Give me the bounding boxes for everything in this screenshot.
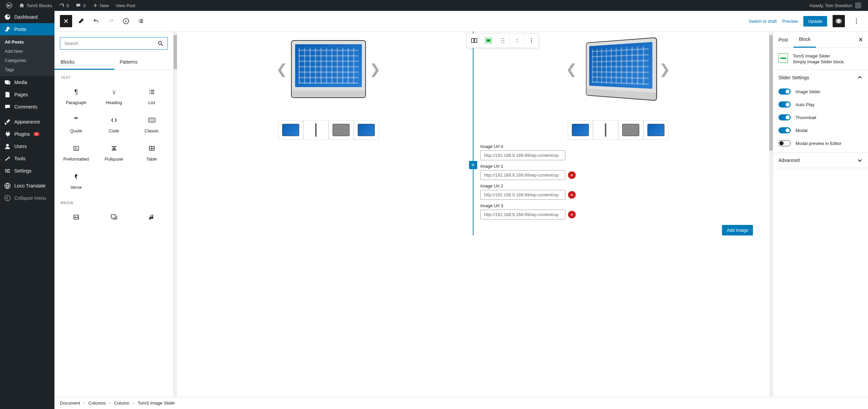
thumb-1[interactable] <box>303 120 328 140</box>
sidebar-item-settings[interactable]: Settings <box>0 165 54 177</box>
tab-blocks[interactable]: Blocks <box>54 55 114 70</box>
inserter-scrollbar[interactable] <box>174 32 177 397</box>
submenu-all-posts[interactable]: All Posts <box>0 37 54 47</box>
tab-patterns[interactable]: Patterns <box>114 55 174 70</box>
view-post[interactable]: View Post <box>112 0 139 11</box>
canvas-scrollbar[interactable] <box>769 32 773 397</box>
list-view-button[interactable] <box>135 15 147 27</box>
user-avatar[interactable] <box>855 2 861 9</box>
toggle-image-slider[interactable] <box>778 88 791 95</box>
close-inserter-button[interactable] <box>60 15 72 27</box>
sidebar-item-tools[interactable]: Tools <box>0 152 54 165</box>
redo-button[interactable] <box>105 15 117 27</box>
close-settings-button[interactable]: ✕ <box>853 36 868 44</box>
submenu-add-new[interactable]: Add New <box>0 47 54 56</box>
more-options[interactable] <box>850 15 863 27</box>
toggle-modal-preview[interactable] <box>778 140 791 146</box>
block-code[interactable]: Code <box>95 111 133 139</box>
tab-block[interactable]: Block <box>793 32 816 48</box>
bc-sep: › <box>109 400 111 406</box>
search-input[interactable] <box>60 37 168 50</box>
toolbar-more[interactable] <box>524 33 539 48</box>
thumb-r2[interactable] <box>618 120 643 140</box>
submenu-tags[interactable]: Tags <box>0 65 54 74</box>
new-content[interactable]: New <box>89 0 112 11</box>
settings-toggle[interactable] <box>833 15 845 27</box>
bc-column[interactable]: Column <box>114 400 129 406</box>
thumb-0[interactable] <box>278 120 303 140</box>
url-remove-3[interactable]: ✕ <box>568 211 576 218</box>
slider-image-r <box>586 37 657 101</box>
block-heading[interactable]: Heading <box>95 82 133 111</box>
block-pullquote[interactable]: Pullquote <box>95 139 133 167</box>
slider-next-r[interactable]: ❯ <box>656 61 674 77</box>
wp-logo[interactable] <box>3 0 16 11</box>
thumb-r3[interactable] <box>643 120 669 140</box>
sidebar-item-users[interactable]: Users <box>0 140 54 152</box>
comments-count[interactable]: 0 <box>72 0 89 11</box>
updates[interactable]: 5 <box>55 0 72 11</box>
sidebar-item-appearance[interactable]: Appearance <box>0 116 54 128</box>
toolbar-block-icon[interactable] <box>481 33 496 48</box>
info-icon <box>123 18 129 24</box>
block-image[interactable] <box>57 208 95 227</box>
info-button[interactable] <box>120 15 132 27</box>
slider-next[interactable]: ❯ <box>366 61 384 77</box>
block-verse[interactable]: Verse <box>57 167 95 195</box>
block-gallery[interactable] <box>95 208 133 227</box>
sidebar-item-comments[interactable]: Comments <box>0 101 54 113</box>
edit-mode-button[interactable] <box>75 15 87 27</box>
insert-block-between[interactable]: + <box>469 161 477 169</box>
block-preformatted[interactable]: Preformatted <box>57 139 95 167</box>
tab-post[interactable]: Post <box>773 32 793 47</box>
toolbar-move[interactable] <box>510 33 524 48</box>
bc-current[interactable]: TomS Image Slider <box>138 400 175 406</box>
toggle-modal[interactable] <box>778 127 791 133</box>
update-button[interactable]: Update <box>803 16 827 27</box>
column-right[interactable]: ❮ ❯ Image Url 0 <box>473 32 762 235</box>
thumb-3[interactable] <box>354 120 379 140</box>
block-paragraph[interactable]: ¶Paragraph <box>57 82 95 111</box>
sidebar-item-media[interactable]: Media <box>0 76 54 88</box>
submenu-categories[interactable]: Categories <box>0 56 54 65</box>
undo-button[interactable] <box>90 15 102 27</box>
slider-prev[interactable]: ❮ <box>273 61 291 77</box>
url-input-2[interactable] <box>480 190 565 200</box>
url-input-0[interactable] <box>480 150 565 160</box>
url-remove-1[interactable]: ✕ <box>568 171 576 179</box>
bc-document[interactable]: Document <box>60 400 80 406</box>
sidebar-item-posts[interactable]: Posts <box>0 23 54 35</box>
add-image-button[interactable]: Add Image <box>722 225 753 235</box>
block-table[interactable]: Table <box>133 139 171 167</box>
sidebar-item-loco[interactable]: Loco Translate <box>0 180 54 192</box>
toolbar-drag[interactable] <box>496 33 510 48</box>
thumb-2[interactable] <box>328 120 354 140</box>
sidebar-collapse[interactable]: Collapse menu <box>0 192 54 204</box>
section-slider-settings[interactable]: Slider Settings <box>773 70 868 85</box>
toolbar-parent[interactable] <box>467 33 481 48</box>
block-classic[interactable]: Classic <box>133 111 171 139</box>
bc-columns[interactable]: Columns <box>89 400 106 406</box>
block-audio[interactable] <box>133 208 171 227</box>
toggle-thumbnail[interactable] <box>778 114 791 120</box>
toggle-auto-play[interactable] <box>778 101 791 108</box>
block-quote[interactable]: "Quote <box>57 111 95 139</box>
column-left[interactable]: ❮ ❯ <box>184 32 473 235</box>
sidebar-item-pages[interactable]: Pages <box>0 88 54 101</box>
howdy-text[interactable]: Howdy, Tom Sneddon <box>809 3 852 8</box>
slider-prev-r[interactable]: ❮ <box>562 61 581 77</box>
url-remove-2[interactable]: ✕ <box>568 191 576 199</box>
url-input-3[interactable] <box>480 210 565 219</box>
site-home[interactable]: TomS Blocks <box>16 0 55 11</box>
editor-canvas[interactable]: ❮ ❯ <box>177 32 769 397</box>
sidebar-item-plugins[interactable]: Plugins 4 <box>0 128 54 140</box>
switch-to-draft[interactable]: Switch to draft <box>749 19 776 24</box>
svg-point-17 <box>503 38 504 39</box>
section-advanced[interactable]: Advanced <box>773 153 868 168</box>
url-input-1[interactable] <box>480 170 565 180</box>
thumb-r0[interactable] <box>568 120 593 140</box>
thumb-r1[interactable] <box>593 120 618 140</box>
preview-button[interactable]: Preview <box>782 19 798 24</box>
sidebar-item-dashboard[interactable]: Dashboard <box>0 11 54 23</box>
block-list[interactable]: List <box>133 82 171 111</box>
